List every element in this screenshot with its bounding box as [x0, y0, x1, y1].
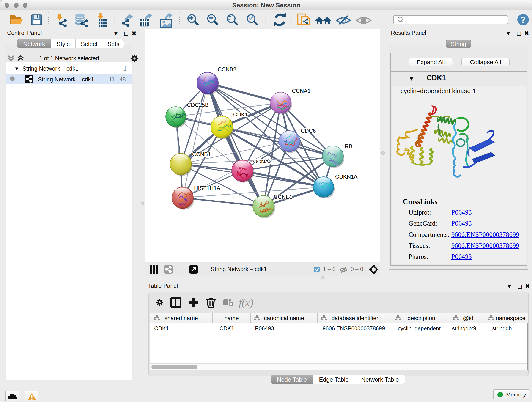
svg-text:CCNA2: CCNA2 — [253, 158, 272, 165]
svg-text:RB1: RB1 — [345, 143, 355, 149]
svg-text:CCNA1: CCNA1 — [292, 88, 310, 94]
svg-text:CDK1: CDK1 — [233, 111, 248, 118]
svg-text:CCNB2: CCNB2 — [218, 66, 236, 72]
svg-text:CDC25B: CDC25B — [187, 102, 209, 108]
svg-text:f(x): f(x) — [239, 297, 253, 308]
svg-text:CCNE1: CCNE1 — [274, 194, 292, 200]
svg-text:CDC6: CDC6 — [301, 128, 316, 134]
svg-text:CCNB1: CCNB1 — [192, 151, 211, 157]
svg-text:HIST1H1A: HIST1H1A — [194, 185, 220, 191]
svg-text:CDKN1A: CDKN1A — [335, 173, 357, 180]
svg-text:?: ? — [520, 15, 526, 25]
